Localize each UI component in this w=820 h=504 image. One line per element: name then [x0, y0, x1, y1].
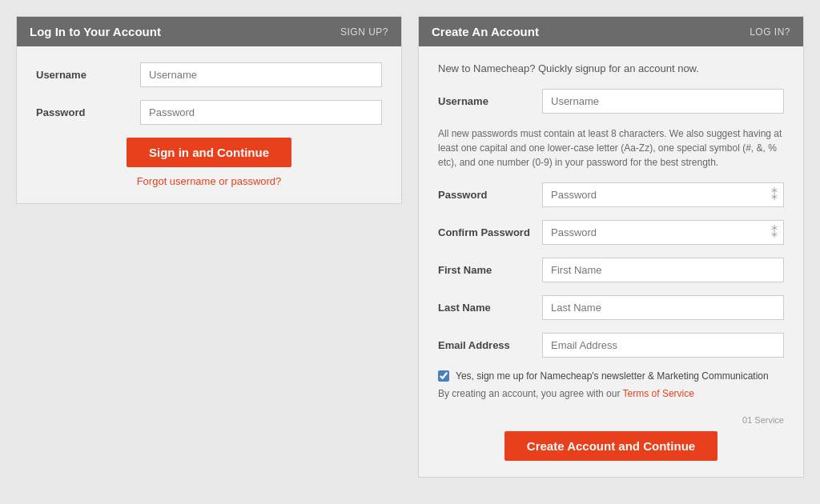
- signup-lastname-row: Last Name: [438, 295, 784, 320]
- confirm-password-toggle-icon[interactable]: ⁑: [771, 225, 778, 240]
- signup-lastname-label: Last Name: [438, 302, 542, 314]
- password-hint: All new passwords must contain at least …: [438, 126, 784, 170]
- signup-firstname-input[interactable]: [542, 258, 784, 282]
- login-password-row: Password: [36, 100, 382, 125]
- signup-username-row: Username: [438, 89, 784, 114]
- signup-email-row: Email Address: [438, 333, 784, 358]
- terms-link[interactable]: Terms of Service: [623, 388, 694, 399]
- login-buttons: Sign in and Continue Forgot username or …: [36, 138, 382, 187]
- forgot-link[interactable]: Forgot username or password?: [137, 175, 282, 187]
- signup-password-wrapper: ⁑: [542, 182, 784, 207]
- login-panel: Log In to Your Account SIGN UP? Username…: [16, 16, 402, 204]
- terms-row: By creating an account, you agree with o…: [438, 388, 784, 399]
- signup-panel-title: Create An Account: [432, 25, 539, 38]
- signup-password-input[interactable]: [542, 182, 784, 207]
- signup-confirm-password-label: Confirm Password: [438, 226, 542, 238]
- create-btn-row: Create Account and Continue: [438, 431, 784, 461]
- signup-username-label: Username: [438, 95, 542, 107]
- login-username-input[interactable]: [140, 62, 382, 87]
- login-username-row: Username: [36, 62, 382, 87]
- terms-text: By creating an account, you agree with o…: [438, 388, 623, 399]
- login-password-label: Password: [36, 106, 140, 118]
- signup-confirm-password-row: Confirm Password ⁑: [438, 220, 784, 245]
- newsletter-label: Yes, sign me up for Namecheap's newslett…: [456, 370, 769, 382]
- signup-password-label: Password: [438, 189, 542, 201]
- signup-confirm-password-wrapper: ⁑: [542, 220, 784, 245]
- create-account-button[interactable]: Create Account and Continue: [504, 431, 718, 461]
- signup-username-input[interactable]: [542, 89, 784, 114]
- signup-email-label: Email Address: [438, 339, 542, 351]
- login-password-input[interactable]: [140, 100, 382, 125]
- login-username-label: Username: [36, 69, 140, 81]
- signup-firstname-label: First Name: [438, 264, 542, 276]
- login-panel-body: Username Password Sign in and Continue F…: [17, 46, 401, 203]
- signup-confirm-password-input[interactable]: [542, 220, 784, 245]
- signup-subtitle: New to Namecheap? Quickly signup for an …: [438, 62, 784, 74]
- signup-password-row: Password ⁑: [438, 182, 784, 207]
- login-panel-title: Log In to Your Account: [30, 25, 161, 38]
- service-label: 01 Service: [438, 415, 784, 425]
- signin-button[interactable]: Sign in and Continue: [127, 138, 291, 167]
- password-toggle-icon[interactable]: ⁑: [771, 187, 778, 202]
- login-panel-header: Log In to Your Account SIGN UP?: [17, 17, 401, 46]
- signup-panel: Create An Account LOG IN? New to Nameche…: [418, 16, 804, 478]
- signup-firstname-row: First Name: [438, 258, 784, 282]
- signup-lastname-input[interactable]: [542, 295, 784, 320]
- signup-panel-body: New to Namecheap? Quickly signup for an …: [419, 46, 803, 477]
- newsletter-checkbox[interactable]: [438, 370, 449, 382]
- login-link[interactable]: LOG IN?: [750, 26, 790, 38]
- signup-panel-header: Create An Account LOG IN?: [419, 17, 803, 46]
- newsletter-checkbox-row: Yes, sign me up for Namecheap's newslett…: [438, 370, 784, 382]
- signup-email-input[interactable]: [542, 333, 784, 358]
- signup-link[interactable]: SIGN UP?: [340, 26, 388, 38]
